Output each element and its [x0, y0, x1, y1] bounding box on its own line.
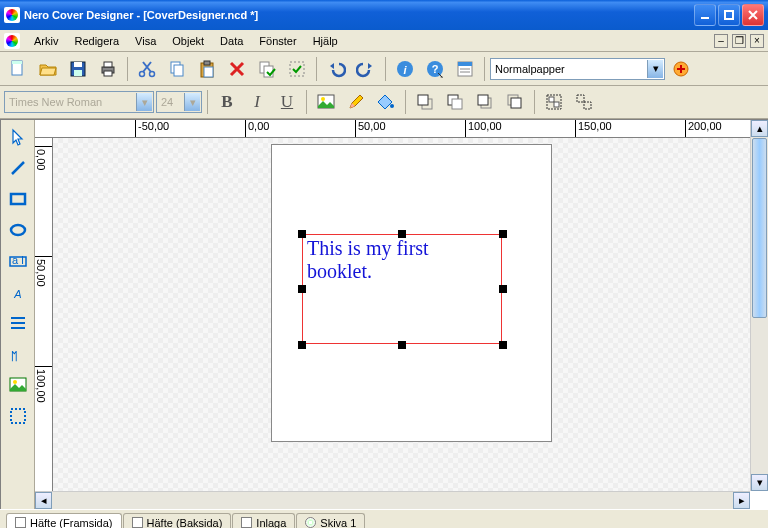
booklet-icon — [15, 517, 26, 528]
handle-se[interactable] — [499, 341, 507, 349]
work-area: a I A ᛖ -50,00 0,00 50,00 100,00 150,00 … — [0, 119, 768, 509]
underline-button[interactable]: U — [273, 88, 301, 116]
svg-rect-35 — [452, 99, 462, 109]
svg-text:ᛖ: ᛖ — [11, 350, 18, 362]
maximize-button[interactable] — [718, 4, 740, 26]
handle-e[interactable] — [499, 285, 507, 293]
handle-nw[interactable] — [298, 230, 306, 238]
menu-view[interactable]: Visa — [127, 33, 164, 49]
pointer-tool[interactable] — [5, 124, 31, 150]
fill-button[interactable] — [372, 88, 400, 116]
svg-line-45 — [12, 162, 24, 174]
text-box[interactable]: This is my first booklet. — [302, 234, 502, 344]
duplicate-button[interactable] — [253, 55, 281, 83]
svg-point-10 — [140, 71, 145, 76]
menu-object[interactable]: Objekt — [164, 33, 212, 49]
handle-sw[interactable] — [298, 341, 306, 349]
redo-button[interactable] — [352, 55, 380, 83]
handle-w[interactable] — [298, 285, 306, 293]
scroll-left-button[interactable]: ◂ — [35, 492, 52, 509]
info-button[interactable]: i — [391, 55, 419, 83]
help-button[interactable]: ? — [421, 55, 449, 83]
minimize-button[interactable] — [694, 4, 716, 26]
chevron-down-icon: ▾ — [136, 93, 152, 111]
print-button[interactable] — [94, 55, 122, 83]
handle-ne[interactable] — [499, 230, 507, 238]
svg-rect-16 — [204, 67, 213, 77]
horizontal-scrollbar[interactable]: ◂ ▸ — [35, 491, 750, 509]
svg-rect-46 — [11, 194, 25, 204]
font-combo[interactable]: Times New Roman ▾ — [4, 91, 154, 113]
copy-button[interactable] — [163, 55, 191, 83]
svg-rect-3 — [12, 61, 22, 64]
tab-inlay[interactable]: Inlaga — [232, 513, 295, 528]
scroll-up-button[interactable]: ▴ — [751, 120, 768, 137]
paper-combo-value: Normalpapper — [495, 63, 565, 75]
add-paper-button[interactable] — [667, 55, 695, 83]
size-combo[interactable]: 24 ▾ — [156, 91, 202, 113]
mdi-restore-button[interactable]: ❐ — [732, 34, 746, 48]
artistic-text-tool[interactable]: A — [5, 279, 31, 305]
open-button[interactable] — [34, 55, 62, 83]
undo-button[interactable] — [322, 55, 350, 83]
image-tool[interactable] — [5, 372, 31, 398]
scroll-right-button[interactable]: ▸ — [733, 492, 750, 509]
ellipse-tool[interactable] — [5, 217, 31, 243]
new-button[interactable] — [4, 55, 32, 83]
menu-edit[interactable]: Redigera — [66, 33, 127, 49]
grid-tool[interactable] — [5, 403, 31, 429]
mdi-close-button[interactable]: × — [750, 34, 764, 48]
send-backward-button[interactable] — [501, 88, 529, 116]
document-tabs: Häfte (Framsida) Häfte (Baksida) Inlaga … — [0, 509, 768, 528]
svg-rect-33 — [418, 95, 428, 105]
handle-s[interactable] — [398, 341, 406, 349]
select-all-button[interactable] — [283, 55, 311, 83]
rectangle-tool[interactable] — [5, 186, 31, 212]
page[interactable]: This is my first booklet. — [271, 144, 552, 442]
ruler-vertical: 0,00 50,00 100,00 — [35, 138, 53, 491]
group-button[interactable] — [540, 88, 568, 116]
canvas[interactable]: This is my first booklet. — [53, 138, 750, 491]
menu-window[interactable]: Fönster — [251, 33, 304, 49]
italic-button[interactable]: I — [243, 88, 271, 116]
paper-combo[interactable]: Normalpapper ▾ — [490, 58, 665, 80]
bold-button[interactable]: B — [213, 88, 241, 116]
handle-n[interactable] — [398, 230, 406, 238]
send-back-button[interactable] — [441, 88, 469, 116]
tracklist-tool[interactable] — [5, 310, 31, 336]
scroll-down-button[interactable]: ▾ — [751, 474, 768, 491]
textbox-tool[interactable]: a I — [5, 248, 31, 274]
svg-rect-13 — [174, 65, 183, 76]
chevron-down-icon: ▾ — [184, 93, 200, 111]
insert-image-button[interactable] — [312, 88, 340, 116]
save-button[interactable] — [64, 55, 92, 83]
svg-rect-6 — [74, 70, 82, 76]
mdi-minimize-button[interactable]: – — [714, 34, 728, 48]
menu-help[interactable]: Hjälp — [305, 33, 346, 49]
svg-rect-5 — [74, 62, 82, 67]
bring-front-button[interactable] — [411, 88, 439, 116]
close-button[interactable] — [742, 4, 764, 26]
field-tool[interactable]: ᛖ — [5, 341, 31, 367]
svg-point-11 — [150, 71, 155, 76]
vertical-scrollbar[interactable]: ▴ ▾ — [750, 120, 768, 491]
line-tool[interactable] — [5, 155, 31, 181]
properties-button[interactable] — [451, 55, 479, 83]
menu-data[interactable]: Data — [212, 33, 251, 49]
menu-file[interactable]: Arkiv — [26, 33, 66, 49]
cut-button[interactable] — [133, 55, 161, 83]
inlay-icon — [241, 517, 252, 528]
svg-rect-19 — [290, 62, 304, 76]
menubar: Arkiv Redigera Visa Objekt Data Fönster … — [0, 30, 768, 52]
delete-button[interactable] — [223, 55, 251, 83]
pencil-button[interactable] — [342, 88, 370, 116]
tab-disc[interactable]: Skiva 1 — [296, 513, 365, 528]
ungroup-button[interactable] — [570, 88, 598, 116]
svg-rect-44 — [584, 102, 591, 109]
paste-button[interactable] — [193, 55, 221, 83]
tab-back[interactable]: Häfte (Baksida) — [123, 513, 232, 528]
scroll-thumb[interactable] — [752, 138, 767, 318]
svg-rect-8 — [104, 62, 112, 67]
bring-forward-button[interactable] — [471, 88, 499, 116]
tab-front[interactable]: Häfte (Framsida) — [6, 513, 122, 528]
